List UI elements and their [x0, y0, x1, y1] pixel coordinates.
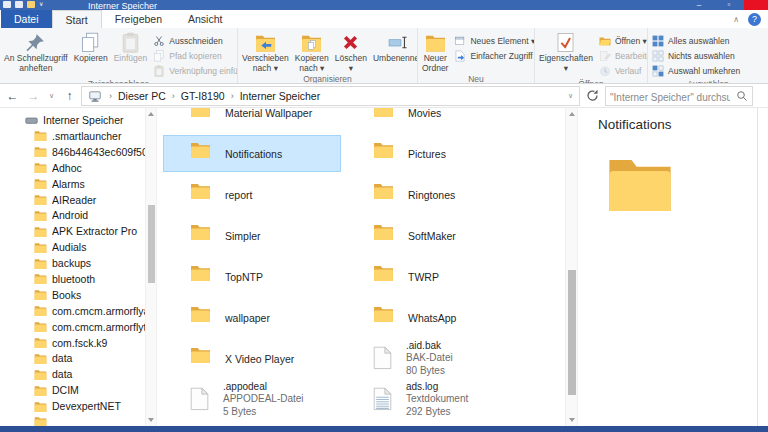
- scrollbar-thumb[interactable]: [148, 205, 155, 283]
- address-dropdown-icon[interactable]: ∨: [568, 92, 575, 100]
- address-bar: ← → ∨ ↑ ›Dieser PC›GT-I8190›Interner Spe…: [0, 84, 768, 108]
- breadcrumb[interactable]: ›Dieser PC›GT-I8190›Interner Speicher ∨: [81, 86, 580, 106]
- folder-icon: [373, 141, 394, 167]
- file-tile[interactable]: X Video Player: [163, 340, 341, 377]
- invert-selection-button[interactable]: Auswahl umkehren: [649, 63, 743, 78]
- tab-ansicht[interactable]: Ansicht: [175, 10, 235, 28]
- maximize-button[interactable]: ▫: [714, 0, 744, 10]
- refresh-icon[interactable]: [585, 88, 600, 103]
- sidebar-item[interactable]: Audials: [0, 239, 145, 255]
- ribbon-group-zwischenablage: An Schnellzugriffanheften Kopieren Einfü…: [0, 28, 238, 83]
- tab-freigeben[interactable]: Freigeben: [102, 10, 175, 28]
- scroll-up-icon[interactable]: [569, 112, 575, 116]
- open-button[interactable]: Öffnen ▾: [596, 33, 648, 48]
- file-list-scrollbar[interactable]: [565, 108, 578, 426]
- sidebar-item[interactable]: Android: [0, 207, 145, 223]
- cut-button[interactable]: Ausschneiden: [150, 33, 238, 48]
- crumb-separator-icon: ›: [226, 91, 239, 101]
- file-tile[interactable]: ads.logTextdokument292 Bytes: [346, 381, 524, 418]
- file-tile[interactable]: Simpler: [163, 217, 341, 254]
- bottom-bar: [0, 426, 768, 432]
- folder-icon: [190, 223, 211, 249]
- tab-datei[interactable]: Datei: [1, 10, 52, 28]
- scrollbar-thumb[interactable]: [568, 270, 576, 395]
- sidebar-item[interactable]: [0, 414, 145, 426]
- file-tile[interactable]: Material Wallpaper: [163, 108, 341, 131]
- quick-access-toolbar: ∨: [3, 1, 43, 8]
- copy-button[interactable]: Kopieren: [71, 30, 111, 78]
- breadcrumb-segment[interactable]: GT-I8190: [180, 90, 226, 102]
- sidebar-item[interactable]: bluetooth: [0, 271, 145, 287]
- up-button[interactable]: ↑: [60, 89, 79, 103]
- sidebar-item[interactable]: com.cmcm.armorflytemp: [0, 319, 145, 335]
- sidebar-scrollbar[interactable]: [145, 108, 157, 426]
- file-size: 80 Bytes: [406, 365, 453, 377]
- quick-access-icon[interactable]: [15, 1, 23, 8]
- sidebar-item[interactable]: backups: [0, 255, 145, 271]
- collapse-ribbon-icon[interactable]: ∧: [733, 15, 739, 24]
- recent-locations-icon[interactable]: ∨: [45, 92, 58, 100]
- paste-button[interactable]: Einfügen: [111, 30, 151, 78]
- select-none-button[interactable]: Nichts auswählen: [649, 48, 743, 63]
- back-button[interactable]: ←: [3, 89, 22, 103]
- close-button[interactable]: [744, 0, 768, 10]
- breadcrumb-segment[interactable]: Interner Speicher: [239, 90, 322, 102]
- help-icon[interactable]: ?: [748, 13, 761, 26]
- sidebar-item[interactable]: data: [0, 350, 145, 366]
- sidebar-item[interactable]: com.cmcm.armorflyanr: [0, 303, 145, 319]
- copy-to-button[interactable]: Kopierennach ▾: [292, 30, 332, 73]
- delete-button[interactable]: Löschen▾: [332, 30, 370, 73]
- copy-path-button[interactable]: Pfad kopieren: [150, 48, 238, 63]
- edit-icon: [599, 50, 611, 62]
- file-tile[interactable]: report: [163, 176, 341, 213]
- scroll-down-icon[interactable]: [148, 418, 154, 422]
- scroll-up-icon[interactable]: [148, 112, 154, 116]
- file-tile[interactable]: TopNTP: [163, 258, 341, 295]
- rename-button[interactable]: Umbenennen: [370, 30, 418, 73]
- quick-access-dropdown-icon[interactable]: ∨: [39, 1, 43, 8]
- pin-to-quick-access-button[interactable]: An Schnellzugriffanheften: [1, 30, 71, 78]
- scroll-down-icon[interactable]: [569, 418, 575, 422]
- file-tile[interactable]: Notifications: [163, 135, 341, 172]
- minimize-button[interactable]: –: [684, 0, 714, 10]
- new-folder-button[interactable]: NeuerOrdner: [419, 30, 451, 73]
- file-list-column-2: MoviesPicturesRingtonesSoftMakerTWRPWhat…: [346, 108, 524, 422]
- sidebar-item[interactable]: Adhoc: [0, 160, 145, 176]
- file-tile[interactable]: .aid.bakBAK-Datei80 Bytes: [346, 340, 524, 377]
- paste-shortcut-button[interactable]: Verknüpfung einfügen: [150, 63, 238, 78]
- sidebar-item[interactable]: Books: [0, 287, 145, 303]
- search-icon: [736, 90, 748, 102]
- new-item-button[interactable]: Neues Element ▾: [451, 33, 535, 48]
- sidebar-item[interactable]: DevexpertNET: [0, 398, 145, 414]
- select-all-button[interactable]: Alles auswählen: [649, 33, 743, 48]
- easy-access-button[interactable]: Einfacher Zugriff ▾: [451, 48, 535, 63]
- file-tile[interactable]: Movies: [346, 108, 524, 131]
- sidebar-item[interactable]: APK Extractor Pro: [0, 223, 145, 239]
- move-to-button[interactable]: Verschiebennach ▾: [239, 30, 292, 73]
- sidebar-item-interner-speicher[interactable]: Interner Speicher: [0, 112, 145, 128]
- scissors-icon: [153, 35, 165, 47]
- ribbon-group-neu: NeuerOrdner Neues Element ▾ Einfacher Zu…: [418, 28, 535, 83]
- properties-check-icon: [555, 32, 576, 53]
- sidebar-item[interactable]: .smartlauncher: [0, 128, 145, 144]
- file-tile[interactable]: SoftMaker: [346, 217, 524, 254]
- file-tile[interactable]: .appodealAPPODEAL-Datei5 Bytes: [163, 381, 341, 418]
- sidebar-item[interactable]: Alarms: [0, 176, 145, 192]
- sidebar-item[interactable]: data: [0, 366, 145, 382]
- forward-button[interactable]: →: [24, 89, 43, 103]
- properties-button[interactable]: Eigenschaften▾: [536, 30, 596, 78]
- file-tile[interactable]: WhatsApp: [346, 299, 524, 336]
- file-tile[interactable]: TWRP: [346, 258, 524, 295]
- edit-button[interactable]: Bearbeiten: [596, 48, 648, 63]
- history-button[interactable]: Verlauf: [596, 63, 648, 78]
- sidebar-item[interactable]: com.fsck.k9: [0, 335, 145, 351]
- file-tile[interactable]: Ringtones: [346, 176, 524, 213]
- sidebar-item[interactable]: 846b44643ec609f507828871: [0, 144, 145, 160]
- tab-start[interactable]: Start: [52, 10, 102, 28]
- breadcrumb-segment[interactable]: Dieser PC: [117, 90, 167, 102]
- search-input[interactable]: [606, 88, 734, 106]
- file-tile[interactable]: Pictures: [346, 135, 524, 172]
- sidebar-item[interactable]: DCIM: [0, 382, 145, 398]
- file-tile[interactable]: wallpaper: [163, 299, 341, 336]
- sidebar-item[interactable]: AIReader: [0, 192, 145, 208]
